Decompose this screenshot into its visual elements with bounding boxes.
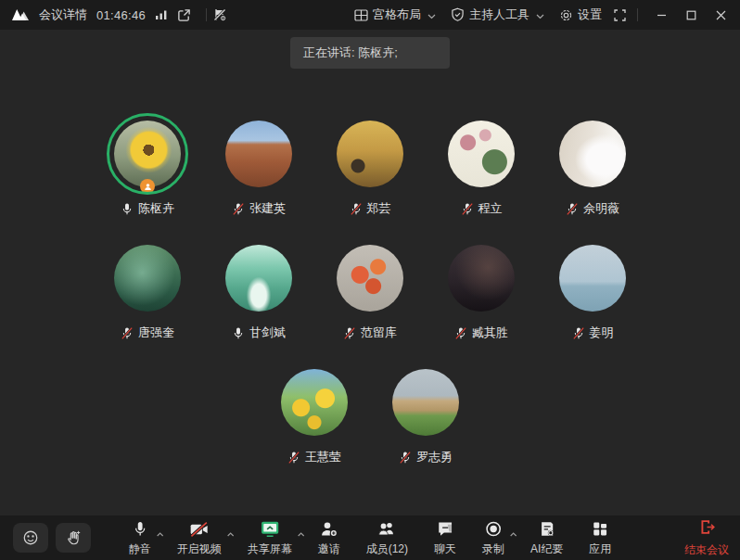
meeting-stage: 正在讲话: 陈枢卉; 陈枢卉 张建英 郑芸 程立	[0, 30, 740, 515]
share-screen-button[interactable]: 共享屏幕	[238, 515, 301, 560]
mic-muted-icon	[572, 326, 585, 340]
share-window-icon[interactable]	[177, 8, 191, 22]
participant-tile[interactable]: 臧其胜	[426, 245, 537, 341]
shield-icon	[451, 7, 465, 22]
start-video-button[interactable]: 开启视频	[168, 515, 231, 560]
record-button[interactable]: 录制	[473, 515, 514, 560]
meeting-details-label[interactable]: 会议详情	[39, 6, 87, 23]
members-button[interactable]: 成员(12)	[357, 515, 417, 560]
avatar	[337, 245, 403, 312]
ai-minutes-icon	[538, 520, 555, 539]
participant-name: 姜明	[590, 325, 614, 341]
mic-muted-icon	[232, 202, 245, 216]
participant-name: 佘明薇	[583, 200, 619, 217]
mic-muted-icon	[343, 326, 356, 340]
participant-name: 陈枢卉	[138, 200, 174, 217]
host-tools-label: 主持人工具	[469, 6, 529, 23]
participant-name: 郑芸	[367, 200, 391, 217]
fullscreen-button[interactable]	[607, 4, 632, 26]
settings-label: 设置	[578, 6, 602, 23]
close-button[interactable]	[708, 4, 733, 26]
mic-muted-icon	[350, 202, 363, 216]
mic-on-icon	[121, 202, 134, 216]
gear-icon	[559, 8, 573, 22]
chat-icon	[437, 520, 454, 539]
mic-muted-icon	[566, 202, 579, 216]
participant-tile[interactable]: 唐强奎	[92, 245, 203, 341]
participant-tile[interactable]: 陈枢卉	[92, 121, 203, 217]
participant-tile[interactable]: 程立	[426, 121, 537, 217]
chat-button[interactable]: 聊天	[425, 515, 466, 560]
layout-menu[interactable]: 宫格布局	[354, 6, 436, 23]
members-icon	[377, 520, 397, 539]
network-signal-icon[interactable]	[155, 9, 168, 20]
participant-name: 臧其胜	[472, 325, 508, 341]
mic-muted-icon	[287, 451, 300, 465]
person-add-icon	[320, 520, 338, 539]
ai-minutes-button[interactable]: AI纪要	[521, 515, 572, 560]
avatar	[225, 245, 292, 312]
participant-name: 罗志勇	[416, 449, 453, 465]
participant-tile[interactable]: 罗志勇	[370, 369, 481, 465]
chevron-up-icon[interactable]	[227, 524, 235, 541]
apps-button[interactable]: 应用	[580, 515, 620, 560]
avatar	[225, 121, 292, 187]
participant-tile[interactable]: 郑芸	[314, 121, 426, 217]
meeting-timer: 01:46:46	[96, 8, 146, 22]
layout-menu-label: 宫格布局	[373, 6, 421, 23]
mic-muted-icon	[454, 326, 467, 340]
app-logo-icon	[11, 8, 30, 21]
mic-muted-icon	[121, 326, 134, 340]
avatar	[392, 369, 459, 436]
avatar	[281, 369, 348, 436]
flag-off-icon[interactable]	[212, 7, 227, 22]
participant-tile[interactable]: 王慧莹	[259, 369, 370, 465]
participant-tile[interactable]: 甘剑斌	[203, 245, 314, 341]
host-tools-menu[interactable]: 主持人工具	[451, 6, 544, 23]
chevron-up-icon[interactable]	[157, 524, 164, 541]
invite-button[interactable]: 邀请	[309, 515, 350, 560]
camera-off-icon	[189, 520, 210, 539]
mic-muted-icon	[461, 202, 474, 216]
participant-row: 唐强奎 甘剑斌 范留库 臧其胜 姜明	[92, 245, 648, 341]
participant-row: 王慧莹 罗志勇	[259, 369, 481, 465]
record-icon	[485, 520, 503, 539]
chevron-down-icon	[427, 8, 436, 22]
participant-tile[interactable]: 佘明薇	[537, 121, 648, 217]
speaking-indicator: 正在讲话: 陈枢卉;	[290, 37, 450, 69]
chevron-up-icon[interactable]	[298, 524, 305, 541]
mute-button[interactable]: 静音	[120, 515, 160, 560]
participant-tile[interactable]: 张建英	[203, 121, 314, 217]
participant-tile[interactable]: 范留库	[314, 245, 426, 341]
avatar	[114, 245, 181, 312]
participant-tile[interactable]: 姜明	[537, 245, 648, 341]
apps-grid-icon	[592, 520, 609, 539]
mic-on-icon	[232, 326, 245, 340]
titlebar-divider	[206, 8, 207, 21]
avatar	[559, 121, 626, 187]
chevron-up-icon[interactable]	[510, 524, 517, 541]
emoji-reaction-button[interactable]	[13, 523, 48, 553]
avatar	[559, 245, 626, 312]
participant-name: 程立	[478, 200, 503, 217]
avatar	[337, 121, 403, 187]
participant-name: 甘剑斌	[249, 325, 286, 341]
leave-meeting-icon	[698, 518, 716, 540]
participant-row: 陈枢卉 张建英 郑芸 程立 佘明薇	[92, 121, 648, 217]
maximize-button[interactable]	[679, 4, 703, 26]
settings-button[interactable]: 设置	[559, 6, 602, 23]
avatar	[114, 121, 181, 187]
mic-muted-icon	[399, 451, 412, 465]
host-badge-icon	[140, 179, 155, 194]
participant-name: 唐强奎	[138, 325, 174, 341]
end-meeting-button[interactable]: 结束会议	[684, 515, 729, 560]
participant-name: 范留库	[361, 325, 397, 341]
raise-hand-button[interactable]	[56, 523, 91, 553]
titlebar-divider	[637, 8, 638, 21]
participant-name: 王慧莹	[305, 449, 341, 465]
minimize-button[interactable]	[649, 4, 673, 26]
share-screen-icon	[260, 520, 279, 539]
mic-icon	[132, 520, 147, 539]
participant-name: 张建英	[249, 200, 286, 217]
bottom-toolbar: 静音 开启视频 共享屏幕 邀请 成员(12)	[0, 515, 740, 560]
